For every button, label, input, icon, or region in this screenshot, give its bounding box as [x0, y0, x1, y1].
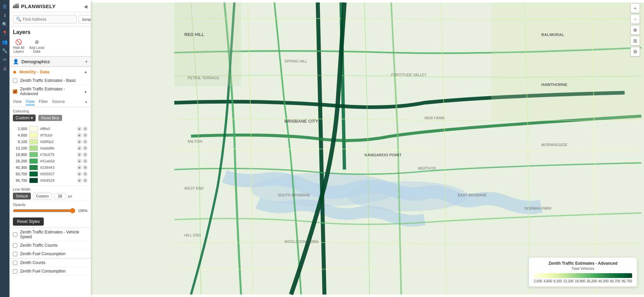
search-area: 🔍 Jump to Region ▾ — [10, 12, 91, 27]
collapse-sidebar-button[interactable]: ◀ — [84, 4, 88, 9]
bin-row: 40,300 #238443 ● ✕ — [13, 165, 88, 170]
legend-labels: 2,0004,6008,10013,10018,90026,20040,3006… — [534, 279, 632, 283]
nav-search-icon[interactable]: 🔍 — [1, 20, 8, 28]
demographics-section-header[interactable]: 👤 Demographics ▾ — [10, 56, 91, 67]
zoom-in-button[interactable]: + — [630, 3, 640, 13]
bin-remove-icon[interactable]: ✕ — [83, 146, 88, 151]
svg-text:FORTITUDE VALLEY: FORTITUDE VALLEY — [391, 73, 427, 77]
vehicle-speed-checkbox[interactable] — [13, 232, 17, 237]
bin-color-swatch[interactable] — [29, 139, 38, 144]
bin-edit-icon[interactable]: ● — [77, 159, 82, 163]
svg-text:KANGAROO POINT: KANGAROO POINT — [364, 153, 402, 157]
traffic-counts-checkbox[interactable] — [13, 243, 17, 248]
tab-style[interactable]: Style — [26, 99, 35, 105]
bin-remove-icon[interactable]: ✕ — [83, 165, 88, 170]
jump-to-region-button[interactable]: Jump to Region ▾ — [79, 15, 91, 23]
tab-view[interactable]: View — [13, 99, 22, 105]
fuel-consumption-checkbox[interactable] — [13, 252, 17, 256]
bin-edit-icon[interactable]: ● — [77, 133, 82, 138]
nav-location-icon[interactable]: 📍 — [1, 29, 8, 37]
bin-color-swatch[interactable] — [29, 133, 38, 138]
nav-layers-icon[interactable]: ☰ — [1, 3, 8, 10]
bin-color-swatch[interactable] — [29, 178, 38, 183]
bin-color-swatch[interactable] — [29, 145, 38, 151]
colouring-dropdown[interactable]: Custom ▾ — [13, 115, 36, 121]
legend-label: 8,100 — [553, 279, 562, 283]
nav-info-icon[interactable]: ℹ — [1, 12, 8, 19]
map-settings-button[interactable]: ⚙ — [630, 47, 640, 56]
search-input[interactable] — [23, 17, 74, 22]
bin-remove-icon[interactable]: ✕ — [83, 159, 88, 163]
bin-edit-icon[interactable]: ● — [77, 172, 82, 176]
reset-bins-button[interactable]: Reset Bins — [38, 115, 62, 121]
bin-remove-icon[interactable]: ✕ — [83, 133, 88, 138]
bin-edit-icon[interactable]: ● — [77, 178, 82, 183]
basic-layer-checkbox[interactable] — [13, 78, 17, 83]
zoom-out-button[interactable]: − — [630, 14, 640, 24]
line-width-custom-button[interactable]: Custom — [33, 193, 52, 199]
bin-remove-icon[interactable]: ✕ — [83, 126, 88, 131]
bin-row: 95,700 #004529 ● ✕ — [13, 178, 88, 183]
bin-color-swatch[interactable] — [29, 171, 38, 177]
svg-line-4 — [341, 2, 344, 170]
svg-text:PETRIE TERRACE: PETRIE TERRACE — [188, 76, 219, 80]
layers-controls: 🚫 Hide AllLayers ⊕ Add LocalData — [10, 37, 91, 56]
compass-button[interactable]: ⊕ — [630, 25, 640, 35]
line-width-default-button[interactable]: Default — [13, 193, 31, 199]
bin-hex: #004529 — [40, 178, 75, 182]
bin-remove-icon[interactable]: ✕ — [83, 152, 88, 157]
zenith-fuel-checkbox[interactable] — [13, 269, 17, 274]
bin-remove-icon[interactable]: ✕ — [83, 178, 88, 183]
opacity-slider[interactable] — [13, 208, 75, 213]
bin-value: 8,100 — [13, 140, 27, 144]
mobility-header[interactable]: ◆ Mobility - Data ▲ — [10, 67, 91, 76]
bin-icons: ● ✕ — [77, 159, 88, 163]
map-layers-button[interactable]: ⊞ — [630, 36, 640, 46]
tab-add-button[interactable]: + — [85, 99, 88, 105]
vehicle-speed-layer-item: Zenith Traffic Estimates - Vehicle Speed — [10, 228, 91, 241]
svg-text:BALMORAL: BALMORAL — [541, 32, 564, 37]
add-local-label: Add LocalData — [29, 46, 44, 53]
bin-icons: ● ✕ — [77, 165, 88, 170]
legend-label: 4,600 — [544, 279, 552, 283]
colouring-dropdown-label: Custom — [16, 116, 30, 120]
add-local-data-button[interactable]: ⊕ Add LocalData — [29, 39, 44, 53]
bin-remove-icon[interactable]: ✕ — [83, 172, 88, 176]
nav-print-icon[interactable]: 🖨 — [1, 65, 8, 72]
hide-all-layers-button[interactable]: 🚫 Hide AllLayers — [13, 39, 24, 53]
bin-color-swatch[interactable] — [29, 158, 38, 164]
bin-color-swatch[interactable] — [29, 126, 38, 132]
bin-icons: ● ✕ — [77, 133, 88, 138]
nav-users-icon[interactable]: 👥 — [1, 38, 8, 46]
bin-color-swatch[interactable] — [29, 152, 38, 157]
zenith-counts-checkbox[interactable] — [13, 261, 17, 265]
bin-edit-icon[interactable]: ● — [77, 146, 82, 151]
legend-title: Zenith Traffic Estimates - Advanced — [534, 261, 632, 266]
bin-icons: ● ✕ — [77, 139, 88, 144]
sidebar: 🏙 PLANWISELY ◀ 🔍 Jump to Region ▾ Layers… — [10, 0, 91, 297]
nav-tools-icon[interactable]: 🔧 — [1, 47, 8, 54]
bin-edit-icon[interactable]: ● — [77, 139, 82, 144]
zenith-counts-item: Zenith Counts — [10, 259, 91, 267]
reset-styles-button[interactable]: Reset Styles — [13, 217, 44, 226]
bin-edit-icon[interactable]: ● — [77, 152, 82, 157]
zenith-fuel-item: Zenith Fuel Consumption — [10, 267, 91, 276]
line-width-input[interactable] — [54, 193, 66, 199]
bin-color-swatch[interactable] — [29, 165, 38, 170]
tab-source[interactable]: Source — [52, 99, 65, 105]
svg-rect-6 — [491, 2, 644, 119]
bin-edit-icon[interactable]: ● — [77, 126, 82, 131]
bin-icons: ● ✕ — [77, 146, 88, 151]
tab-filter[interactable]: Filter — [39, 99, 48, 105]
zenith-counts-label: Zenith Counts — [20, 260, 88, 265]
advanced-layer-checkbox[interactable] — [13, 89, 17, 94]
bin-value: 4,600 — [13, 133, 27, 137]
svg-text:SOUTH BRISBANE: SOUTH BRISBANE — [278, 193, 310, 197]
map-area[interactable]: RED HILL PETRIE TERRACE MILTON WEST END … — [91, 0, 644, 297]
demographics-icon: 👤 — [13, 59, 19, 64]
bin-row: 60,700 #006837 ● ✕ — [13, 171, 88, 177]
bin-edit-icon[interactable]: ● — [77, 165, 82, 170]
bin-remove-icon[interactable]: ✕ — [83, 139, 88, 144]
nav-pencil-icon[interactable]: ✏ — [1, 56, 8, 63]
opacity-label: Opacity — [13, 203, 88, 207]
